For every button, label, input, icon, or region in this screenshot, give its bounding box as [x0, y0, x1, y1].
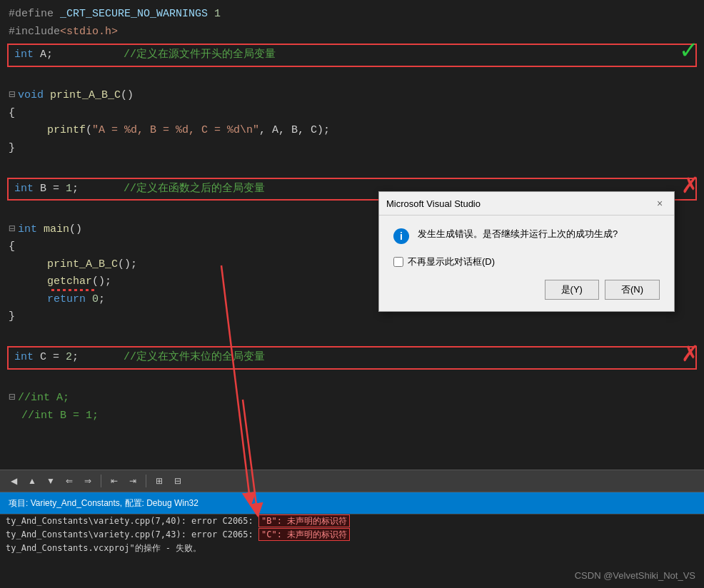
dialog-buttons: 是(Y) 否(N) — [393, 280, 660, 300]
code-line-3: int A; //定义在源文件开头的全局变量 — [14, 46, 690, 64]
dialog: Microsoft Visual Studio × i 发生生成错误。是否继续并… — [378, 191, 675, 312]
tb-btn-align2[interactable]: ⇒ — [80, 473, 96, 489]
bottom-toolbar: ◀ ▲ ▼ ⇐ ⇒ ⇤ ⇥ ⊞ ⊟ — [0, 470, 704, 492]
csdn-watermark: CSDN @VelvetShiki_Not_VS — [575, 570, 695, 581]
x-annotation-2: ✗ — [682, 340, 698, 368]
output-line-3: ty_And_Constants.vcxproj"的操作 - 失败。 — [0, 542, 704, 555]
info-icon: i — [393, 228, 409, 244]
code-line-printf: printf("A = %d, B = %d, C = %d\n", A, B,… — [0, 122, 704, 140]
tb-btn-expand[interactable]: ⊞ — [151, 473, 167, 489]
dialog-close-button[interactable]: × — [653, 196, 667, 211]
dialog-titlebar: Microsoft Visual Studio × — [379, 192, 674, 216]
dialog-title: Microsoft Visual Studio — [386, 198, 481, 209]
status-bar: 项目: Variety_And_Constants, 配置: Debug Win… — [0, 492, 704, 514]
code-line-1: #define _CRT_SECURE_NO_WARNINGS 1 — [0, 6, 704, 24]
code-line-2: #include<stdio.h> — [0, 24, 704, 41]
code-line-commented1: ⊟//int A; — [0, 390, 704, 407]
highlight-box-bad2: int C = 2; //定义在文件末位的全局变量 — [7, 346, 697, 370]
status-text: 项目: Variety_And_Constants, 配置: Debug Win… — [9, 497, 198, 510]
tb-btn-indent1[interactable]: ⇤ — [106, 473, 122, 489]
squiggly-underline — [51, 289, 97, 291]
output-line-2: ty_And_Constants\variety.cpp(7,43): erro… — [0, 528, 704, 542]
code-line-intC: int C = 2; //定义在文件末位的全局变量 — [14, 349, 690, 367]
dialog-body: i 发生生成错误。是否继续并运行上次的成功生成? 不再显示此对话框(D) 是(Y… — [379, 216, 674, 311]
dialog-message: 发生生成错误。是否继续并运行上次的成功生成? — [418, 227, 618, 241]
code-line-commented2: //int B = 1; — [0, 407, 704, 425]
dialog-info-row: i 发生生成错误。是否继续并运行上次的成功生成? — [393, 227, 660, 244]
tb-btn-align1[interactable]: ⇐ — [61, 473, 77, 489]
dialog-yes-button[interactable]: 是(Y) — [545, 280, 599, 300]
highlight-box-good: int A; //定义在源文件开头的全局变量 — [7, 44, 697, 67]
dialog-checkbox-label: 不再显示此对话框(D) — [408, 255, 495, 268]
code-line-empty-4 — [0, 326, 704, 344]
tb-btn-3[interactable]: ▼ — [43, 473, 59, 489]
tb-separator-2 — [146, 475, 146, 487]
tb-btn-indent2[interactable]: ⇥ — [125, 473, 141, 489]
tb-btn-collapse[interactable]: ⊟ — [170, 473, 186, 489]
x-annotation-1: ✗ — [682, 172, 698, 199]
tb-separator-1 — [101, 475, 101, 487]
code-line-empty-2 — [0, 157, 704, 175]
tb-btn-1[interactable]: ◀ — [6, 473, 21, 489]
checkmark-annotation: ✓ — [680, 38, 697, 65]
code-line-fn: ⊟void print_A_B_C() — [0, 87, 704, 105]
dialog-checkbox-row: 不再显示此对话框(D) — [393, 255, 660, 268]
tb-btn-2[interactable]: ▲ — [24, 473, 40, 489]
output-line-1: ty_And_Constants\variety.cpp(7,40): erro… — [0, 514, 704, 528]
code-line-empty-1 — [0, 70, 704, 88]
code-line-brace1: { — [0, 105, 704, 123]
dialog-checkbox[interactable] — [393, 257, 403, 267]
code-line-brace2: } — [0, 140, 704, 158]
code-line-empty-5 — [0, 372, 704, 390]
dialog-no-button[interactable]: 否(N) — [605, 280, 660, 300]
